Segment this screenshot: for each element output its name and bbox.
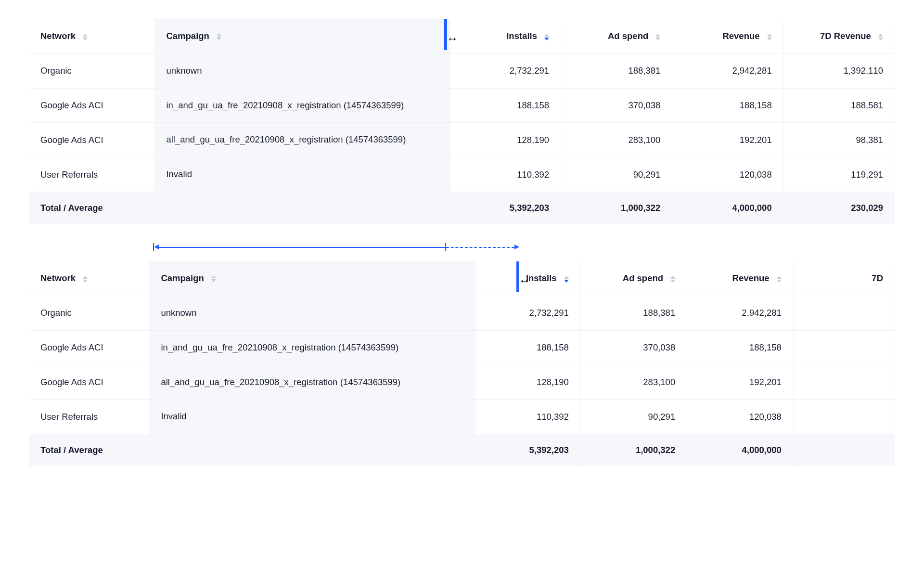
cell-network: Google Ads ACI [29,123,154,157]
col-header-campaign[interactable]: Campaign [149,261,475,296]
cell-installs: 110,392 [450,157,561,192]
sort-icon[interactable] [564,276,569,283]
cell-adspend: 370,038 [581,331,687,365]
table-row[interactable]: User Referrals Invalid 110,392 90,291 12… [29,157,895,192]
sort-icon[interactable] [767,34,772,40]
col-label: Installs [506,31,537,41]
sort-icon[interactable] [83,34,88,40]
cell-adspend: 90,291 [561,157,672,192]
cell-7drevenue: 119,291 [784,157,895,192]
totals-adspend: 1,000,322 [561,192,672,224]
cell-adspend: 370,038 [561,89,672,123]
totals-campaign [154,192,449,224]
cell-adspend: 283,100 [581,365,687,400]
col-label: Ad spend [608,31,648,41]
resize-cursor-icon: ↔ [519,274,530,287]
resize-cursor-icon: ↔ [447,32,458,45]
cell-network: Google Ads ACI [29,89,154,123]
col-header-revenue[interactable]: Revenue [687,261,794,296]
cell-revenue: 120,038 [672,157,783,192]
table-row[interactable]: Google Ads ACI in_and_gu_ua_fre_20210908… [29,331,895,365]
sort-icon[interactable] [777,276,782,283]
sort-icon[interactable] [878,34,883,40]
column-width-indicator [29,233,895,261]
cell-network: User Referrals [29,400,149,434]
cell-campaign: unknown [154,54,449,89]
cell-campaign: Invalid [149,400,475,434]
sort-icon[interactable] [544,34,549,40]
col-header-installs[interactable]: Installs [450,19,561,54]
totals-7drevenue: 230,029 [784,192,895,224]
table-row[interactable]: User Referrals Invalid 110,392 90,291 12… [29,400,895,434]
table-header: Network Campaign Installs Ad spend Reven… [29,261,895,296]
sort-icon[interactable] [655,34,660,40]
col-label: Installs [526,273,557,283]
cell-7drevenue [794,331,895,365]
table-row[interactable]: Organic unknown 2,732,291 188,381 2,942,… [29,54,895,89]
cell-campaign: Invalid [154,157,449,192]
cell-revenue: 2,942,281 [672,54,783,89]
cell-network: Google Ads ACI [29,331,149,365]
cell-adspend: 188,381 [561,54,672,89]
cell-revenue: 188,158 [672,89,783,123]
cell-7drevenue [794,296,895,331]
cell-network: Organic [29,54,154,89]
totals-revenue: 4,000,000 [672,192,783,224]
col-header-adspend[interactable]: Ad spend [561,19,672,54]
cell-installs: 128,190 [475,365,581,400]
cell-campaign: unknown [149,296,475,331]
cell-network: User Referrals [29,157,154,192]
cell-revenue: 192,201 [687,365,794,400]
table-row[interactable]: Organic unknown 2,732,291 188,381 2,942,… [29,296,895,331]
col-header-campaign[interactable]: Campaign [154,19,449,54]
col-label: Network [40,31,76,41]
cell-7drevenue [794,400,895,434]
cell-installs: 2,732,291 [475,296,581,331]
col-header-network[interactable]: Network [29,19,154,54]
col-label: 7D [872,273,883,283]
col-label: Ad spend [623,273,663,283]
totals-installs: 5,392,203 [475,434,581,466]
table-row[interactable]: Google Ads ACI all_and_gu_ua_fre_2021090… [29,123,895,157]
col-label: 7D Revenue [820,31,871,41]
table-header: Network Campaign Installs Ad spend Reven… [29,19,895,54]
totals-7drevenue [794,434,895,466]
cell-7drevenue: 98,381 [784,123,895,157]
sort-icon[interactable] [217,33,221,40]
col-label: Network [40,273,76,283]
cell-installs: 110,392 [475,400,581,434]
col-header-7d-revenue[interactable]: 7D Revenue [784,19,895,54]
report-table-after: ↔ Network Campaign Installs [29,261,895,466]
col-label: Revenue [732,273,770,283]
totals-label: Total / Average [29,192,154,224]
cell-installs: 2,732,291 [450,54,561,89]
col-header-network[interactable]: Network [29,261,149,296]
cell-7drevenue: 188,581 [784,89,895,123]
report-table-before: ↔ Network Campaign Installs [29,19,895,224]
cell-installs: 128,190 [450,123,561,157]
cell-campaign: in_and_gu_ua_fre_20210908_x_registration… [149,331,475,365]
cell-adspend: 188,381 [581,296,687,331]
cell-revenue: 192,201 [672,123,783,157]
totals-campaign [149,434,475,466]
col-label: Campaign [161,273,204,283]
col-header-7d-revenue[interactable]: 7D [794,261,895,296]
totals-installs: 5,392,203 [450,192,561,224]
cell-network: Google Ads ACI [29,365,149,400]
cell-revenue: 120,038 [687,400,794,434]
sort-icon[interactable] [83,276,88,283]
cell-campaign: in_and_gu_ua_fre_20210908_x_registration… [154,89,449,123]
cell-installs: 188,158 [475,331,581,365]
col-label: Campaign [166,31,209,41]
cell-adspend: 90,291 [581,400,687,434]
col-label: Revenue [722,31,759,41]
sort-icon[interactable] [670,276,675,283]
sort-icon[interactable] [211,275,216,282]
table-row[interactable]: Google Ads ACI all_and_gu_ua_fre_2021090… [29,365,895,400]
col-header-adspend[interactable]: Ad spend [581,261,687,296]
cell-campaign: all_and_gu_ua_fre_20210908_x_registratio… [154,123,449,157]
cell-campaign: all_and_gu_ua_fre_20210908_x_registratio… [149,365,475,400]
table-row[interactable]: Google Ads ACI in_and_gu_ua_fre_20210908… [29,89,895,123]
col-header-revenue[interactable]: Revenue [672,19,783,54]
cell-revenue: 2,942,281 [687,296,794,331]
